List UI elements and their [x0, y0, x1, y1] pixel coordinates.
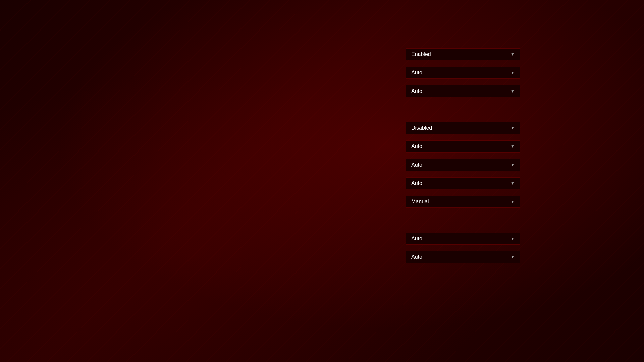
nav-item-main[interactable]: Main [62, 27, 102, 45]
dropdown-arrow-icon: ▼ [511, 236, 515, 241]
hw-temperature-label: Temperature [589, 79, 637, 84]
logo-area: ROG UEFI BIOS Utility – Advanced Mode [7, 4, 192, 22]
star-icon: ☆ [321, 10, 326, 17]
hw-pcore-v-values: 1.226/1.347 [537, 180, 586, 186]
nav-aioc[interactable]: 🖥 AI OC Guide [406, 8, 452, 19]
qfan-label: Qfan Control [371, 10, 399, 16]
hw-pcore-grid: P-Core V for 5600MHz 1.226/1.347 P-Core … [537, 169, 637, 186]
hw-core-voltage-value: 1.332 V [589, 99, 637, 105]
rog-logo-icon: ROG [7, 4, 25, 22]
hw-title: Hardware Monitor [548, 51, 601, 59]
nav-item-boot[interactable]: Boot [277, 27, 317, 45]
nav-aura[interactable]: ✦ AURA [490, 8, 521, 19]
hw-ecore-v-freq[interactable]: 4300MHz [537, 195, 586, 200]
nav-search[interactable]: ❓ Search [453, 8, 488, 19]
top-bar: ROG UEFI BIOS Utility – Advanced Mode 11… [0, 0, 644, 27]
setting-row-power-duty[interactable]: CPU Power Duty Control Auto ▼ [0, 230, 530, 248]
hw-heavy-cache-label: Heavy Cache [589, 209, 637, 215]
version-text: Version 2.22.1286 Copyright (C) 2023 AMI [249, 350, 488, 355]
datetime-area: 11/03/2023 Friday 21:20 ⚙ [198, 5, 265, 22]
hw-cache-v-label: Cache V for [537, 209, 586, 215]
hw-temperature-value: 24°C [589, 85, 637, 91]
fixed-vrm-label: Fixed CPU VRM Switching Frequency(KHz) [10, 217, 406, 224]
fan-icon: ⟳ [364, 10, 369, 17]
core-volt-dropdown[interactable]: Auto ▼ [406, 177, 520, 189]
hw-heavy-cache-cell: Heavy Cache 5091 MHz [589, 209, 637, 227]
time-display: 21:20 [198, 10, 229, 22]
globe-icon: 🌐 [284, 10, 291, 17]
hw-frequency-cell: Frequency 5500 MHz [537, 79, 586, 91]
hw-bclk-value: 100.00 MHz [537, 99, 586, 105]
nav-english[interactable]: 🌐 English [279, 8, 314, 19]
power-phase-value: Auto [411, 254, 422, 260]
nav-item-tool[interactable]: Tool [317, 27, 355, 45]
main-content: VRM Initialization Check Enabled ▼ CPU I… [0, 45, 644, 342]
info-icon: i [10, 274, 22, 286]
setting-row-cpu-load[interactable]: CPU Load-line Calibration Auto ▼ [0, 82, 530, 101]
setting-row-fixed-vrm[interactable]: Fixed CPU VRM Switching Frequency(KHz) [0, 211, 530, 230]
hw-ratio-cell: Ratio 55x [537, 108, 586, 119]
nav-item-extreme[interactable]: Extreme Tweaker [102, 27, 176, 45]
setting-row-vrm-init[interactable]: VRM Initialization Check Enabled ▼ [0, 45, 530, 64]
power-phase-dropdown[interactable]: Auto ▼ [406, 251, 520, 263]
dropdown-arrow-icon: ▼ [511, 70, 515, 75]
nav-resize[interactable]: ⊡ ReSize BAR [522, 8, 566, 19]
nav-myfavorite[interactable]: ☆ MyFavorite [316, 8, 358, 19]
nav-item-monitor[interactable]: Monitor [230, 27, 277, 45]
nav-item-exit[interactable]: Exit [355, 27, 392, 45]
hw-ecore-lh-cell: E-Core Light/Heavy 4690/4389 [589, 189, 637, 206]
setting-row-cpu-rep[interactable]: CPU Current Reporting Auto ▼ [0, 156, 530, 174]
aura-icon: ✦ [495, 10, 500, 17]
freq-range-text: Min.: 300KHz | Max.: 800KHz | Manual fre… [10, 299, 158, 304]
vrm-init-dropdown[interactable]: Enabled ▼ [406, 48, 520, 60]
dropdown-arrow-icon: ▼ [511, 163, 515, 167]
hw-mc-volt-cell: MC Volt. 1.101 V [537, 122, 586, 133]
setting-row-core-volt[interactable]: Core Voltage Suspension Auto ▼ [0, 174, 530, 193]
cpu-cap-dropdown[interactable]: Auto ▼ [406, 140, 520, 153]
setting-row-cpu-cap[interactable]: CPU Current Capability Auto ▼ [0, 137, 530, 156]
hw-pcore-v-cell: P-Core V for 5600MHz 1.226/1.347 [537, 169, 586, 186]
hw-pcore-lh-values: Light/Heavy [589, 174, 637, 180]
hw-pcore-v-label: P-Core V for [537, 169, 586, 174]
hw-pcore-v-freq[interactable]: 5600MHz [537, 174, 586, 180]
nav-memtest[interactable]: ⊞ MemTest86 [568, 8, 611, 19]
nav-item-favorites[interactable]: My Favorites [0, 27, 62, 45]
power-duty-label: CPU Power Duty Control [10, 235, 406, 242]
hw-cache-v-freq[interactable]: 5000MHz [537, 215, 586, 221]
svg-text:ROG: ROG [10, 11, 21, 16]
setting-row-synch[interactable]: Synch ACDC Loadline with VRM Loadline Di… [0, 119, 530, 137]
power-duty-dropdown[interactable]: Auto ▼ [406, 233, 520, 245]
hw-core-voltage-cell: Core Voltage 1.332 V [589, 94, 637, 105]
cpu-load-dropdown[interactable]: Auto ▼ [406, 85, 520, 97]
hw-temperature-cell: Temperature 24°C [589, 79, 637, 91]
hw-cooler-cell: Cooler 211 pts [589, 154, 637, 165]
freq-range-row: Min.: 300KHz | Max.: 800KHz | Manual fre… [0, 293, 530, 310]
ez-mode-button[interactable]: EzMode(F7)|→ [536, 345, 587, 360]
hot-keys-button[interactable]: Hot Keys ? [587, 345, 634, 360]
setting-row-cpu-input[interactable]: CPU Input Voltage Load-line Calibration … [0, 64, 530, 82]
hw-sp-value: 75 [537, 159, 586, 165]
setting-row-power-phase[interactable]: CPU Power Phase Control Auto ▼ [0, 248, 530, 266]
synch-value: Disabled [411, 125, 432, 131]
last-modified-button[interactable]: Last Modified [489, 345, 536, 360]
setting-row-vrm-freq[interactable]: CPU VRM Switching Frequency Manual ▼ [0, 193, 530, 211]
fixed-vrm-input[interactable] [406, 214, 520, 227]
hw-prediction-title: Prediction [537, 143, 637, 149]
cpu-rep-dropdown[interactable]: Auto ▼ [406, 159, 520, 171]
vrm-freq-dropdown[interactable]: Manual ▼ [406, 196, 520, 208]
page-title: UEFI BIOS Utility – Advanced Mode [30, 8, 192, 18]
hot-keys-label: Hot Keys [595, 349, 616, 355]
memtest-label: MemTest86 [580, 10, 606, 16]
cpu-input-dropdown[interactable]: Auto ▼ [406, 67, 520, 79]
nav-qfan[interactable]: ⟳ Qfan Control [359, 8, 404, 19]
question-mark-badge: ? [619, 349, 626, 356]
hw-cpu-memory-section: CPU/Memory Frequency 5500 MHz Temperatur… [531, 64, 644, 138]
dropdown-arrow-icon: ▼ [511, 181, 515, 186]
cpu-load-label: CPU Load-line Calibration [10, 88, 406, 95]
clock-settings-icon[interactable]: ⚙ [231, 13, 236, 19]
hw-ecore-lh-label: E-Core [589, 189, 637, 194]
nav-item-advanced[interactable]: Advanced [176, 27, 230, 45]
hw-pcore-lh-label: P-Core [589, 169, 637, 174]
search-label: Search [468, 10, 484, 16]
synch-dropdown[interactable]: Disabled ▼ [406, 122, 520, 134]
